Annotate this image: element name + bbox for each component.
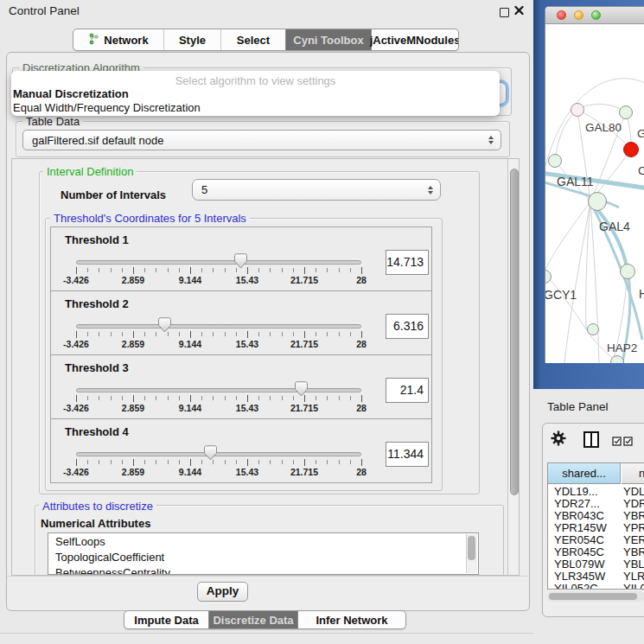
network-node[interactable]: [619, 105, 633, 119]
node-table[interactable]: shared... na YDL19...YDL1 YDR27...YDR2 Y…: [547, 462, 644, 590]
settings-vertical-scrollbar[interactable]: [507, 159, 520, 575]
screen: Control Panel Network Style Select Cyni …: [0, 0, 644, 644]
cell[interactable]: YBL079W: [548, 558, 622, 571]
tab-style[interactable]: Style: [163, 29, 220, 50]
float-window-icon[interactable]: [500, 8, 509, 17]
network-node[interactable]: [548, 154, 562, 168]
network-window-titlebar[interactable]: [545, 7, 644, 24]
network-icon: [88, 33, 99, 48]
threshold-2-value-field[interactable]: 6.316: [386, 314, 429, 339]
network-node[interactable]: [610, 355, 624, 363]
checkbox-icon[interactable]: [623, 434, 633, 450]
slider-thumb[interactable]: [158, 317, 171, 333]
scale-label: 28: [356, 403, 367, 413]
scale-label: 15.43: [236, 467, 258, 477]
table-row[interactable]: YPR145WYPR1: [548, 522, 644, 534]
scrollbar-thumb[interactable]: [510, 169, 519, 495]
threshold-3-slider[interactable]: [76, 355, 361, 418]
scale-label: 28: [356, 275, 367, 285]
cell[interactable]: YBR043C: [548, 510, 622, 522]
popup-option-manual[interactable]: Manual Discretization: [13, 87, 129, 100]
cell[interactable]: YLR3: [622, 571, 644, 583]
tab-infer-network[interactable]: Infer Network: [297, 611, 405, 628]
scale-label: 9.144: [179, 467, 201, 477]
table-row[interactable]: YDL19...YDL1: [548, 486, 644, 498]
minimize-traffic-light[interactable]: [574, 10, 583, 20]
table-data-title: Table Data: [22, 115, 83, 128]
slider-ticks: [76, 396, 362, 400]
scale-label: 2.859: [122, 467, 144, 477]
slider-track[interactable]: [76, 388, 361, 392]
table-row[interactable]: YDR27...YDR2: [548, 498, 644, 510]
cell[interactable]: YDR2: [622, 498, 644, 510]
table-row[interactable]: YBR043CYBR0: [548, 510, 644, 522]
gear-icon[interactable]: [551, 430, 566, 450]
table-row[interactable]: YBR045CYBR0: [548, 546, 644, 558]
number-of-intervals-combobox[interactable]: 5: [192, 179, 441, 201]
cell[interactable]: YDL1: [622, 486, 644, 498]
split-columns-icon[interactable]: [583, 431, 599, 448]
slider-thumb[interactable]: [234, 253, 247, 269]
table-row[interactable]: YER054CYER0: [548, 534, 644, 546]
cell[interactable]: YPR145W: [548, 522, 622, 534]
tab-cyni-toolbox[interactable]: Cyni Toolbox: [285, 29, 371, 50]
network-node-hap2[interactable]: [587, 323, 599, 335]
cell[interactable]: YER0: [622, 534, 644, 546]
combo-arrows-icon: [488, 136, 494, 144]
cell[interactable]: YBL0: [622, 558, 644, 571]
cell[interactable]: YIL0: [622, 583, 644, 590]
threshold-4-slider[interactable]: [76, 419, 361, 482]
checkbox-icon[interactable]: [612, 434, 622, 450]
list-item[interactable]: SelfLoops: [48, 533, 478, 549]
cell[interactable]: YDL19...: [548, 486, 622, 498]
zoom-traffic-light[interactable]: [591, 10, 601, 20]
threshold-1-value-field[interactable]: 14.713: [386, 250, 429, 275]
threshold-2-slider[interactable]: [76, 291, 361, 354]
popup-option-equal-width[interactable]: Equal Width/Frequency Discretization: [13, 101, 201, 114]
slider-thumb[interactable]: [295, 381, 308, 397]
table-row[interactable]: YIL052CYIL0: [548, 583, 644, 590]
cell[interactable]: YPR1: [622, 522, 644, 534]
cell[interactable]: YBR0: [622, 546, 644, 558]
close-traffic-light[interactable]: [557, 10, 566, 20]
table-row[interactable]: YBL079WYBL0: [548, 558, 644, 571]
slider-track[interactable]: [76, 452, 361, 456]
slider-track[interactable]: [76, 260, 361, 265]
scale-label: 28: [356, 339, 367, 349]
network-canvas[interactable]: GAL80 G. C GAL11 GAL4 GCY1 H HAP2: [545, 24, 644, 363]
threshold-1-slider[interactable]: [76, 227, 361, 290]
numerical-attributes-list[interactable]: SelfLoops TopologicalCoefficient Between…: [48, 532, 479, 575]
list-item[interactable]: BetweennessCentrality: [48, 564, 478, 575]
cell[interactable]: YIL052C: [548, 583, 622, 590]
tab-impute-data[interactable]: Impute Data: [124, 611, 208, 628]
tab-jactivemnodules[interactable]: jActiveMNodules: [371, 29, 458, 50]
cell[interactable]: YLR345W: [548, 571, 622, 583]
network-node-gal4[interactable]: [588, 192, 607, 211]
column-header-shared-name[interactable]: shared...: [548, 463, 621, 484]
network-node-red-selected[interactable]: [623, 142, 639, 157]
close-icon[interactable]: [513, 3, 526, 17]
slider-thumb[interactable]: [204, 445, 217, 461]
cell[interactable]: YBR0: [622, 510, 644, 522]
scale-label: -3.426: [63, 275, 89, 285]
list-vertical-scrollbar[interactable]: [466, 534, 477, 573]
table-row[interactable]: YLR345WYLR3: [548, 571, 644, 583]
cell[interactable]: YER054C: [548, 534, 622, 546]
cell[interactable]: YBR045C: [548, 546, 622, 558]
tab-network[interactable]: Network: [73, 29, 163, 50]
slider-track[interactable]: [76, 324, 361, 328]
cell[interactable]: YDR27...: [548, 498, 622, 510]
network-node-pink[interactable]: [571, 103, 584, 117]
table-data-combobox[interactable]: galFiltered.sif default node: [22, 130, 501, 150]
scrollbar-thumb[interactable]: [468, 536, 475, 560]
tab-discretize-data[interactable]: Discretize Data: [208, 611, 297, 628]
network-node[interactable]: [620, 264, 635, 279]
table-horizontal-scrollbar[interactable]: [547, 591, 644, 602]
threshold-4-value-field[interactable]: 11.344: [386, 442, 429, 467]
list-item[interactable]: TopologicalCoefficient: [48, 549, 478, 564]
column-header-name[interactable]: na: [622, 463, 644, 484]
apply-button[interactable]: Apply: [197, 582, 248, 602]
threshold-3-value-field[interactable]: 21.4: [386, 378, 429, 403]
scrollbar-thumb[interactable]: [549, 593, 637, 600]
tab-select[interactable]: Select: [220, 29, 285, 50]
